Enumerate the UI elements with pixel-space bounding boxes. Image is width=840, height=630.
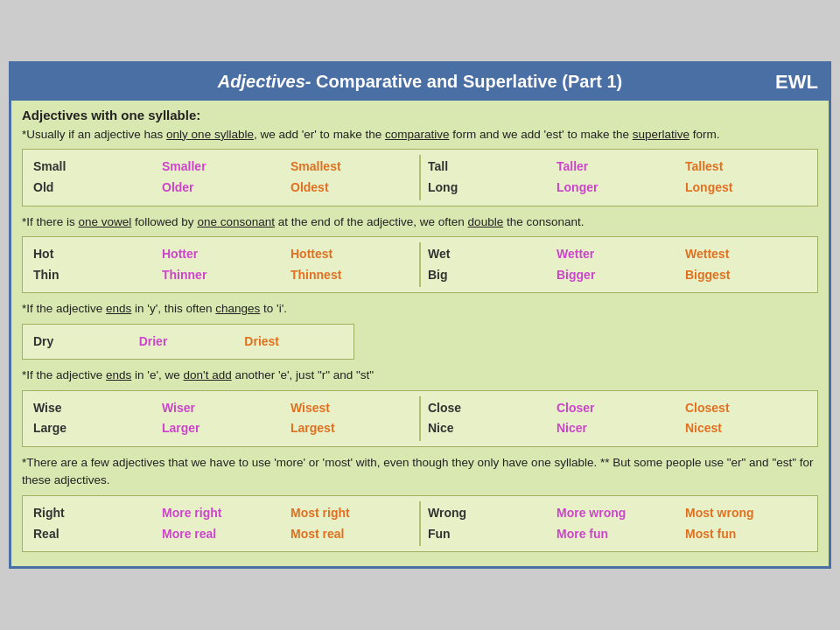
col-super: Closest Nicest bbox=[682, 396, 810, 442]
cell: More wrong bbox=[556, 503, 678, 524]
col-super: Most wrong Most fun bbox=[682, 501, 810, 547]
cell: More real bbox=[162, 524, 284, 545]
table-4-right: Close Nice Closer Nicer Closest Nicest bbox=[424, 396, 810, 442]
col-comp: Wiser Larger bbox=[158, 396, 287, 442]
col-base-2: Tall Long bbox=[424, 155, 553, 200]
col-super: Driest bbox=[241, 330, 346, 354]
table-5: Right Real More right More real Most rig… bbox=[22, 495, 818, 553]
cell: Hot bbox=[33, 244, 155, 265]
ewl-label: EWL bbox=[766, 71, 818, 94]
cell: Thinnest bbox=[290, 265, 412, 286]
col-base-1: Small Old bbox=[30, 155, 158, 200]
cell: Larger bbox=[162, 418, 284, 439]
col-super: Wisest Largest bbox=[287, 396, 416, 442]
section-2: *If there is one vowel followed by one c… bbox=[22, 214, 818, 294]
table-1-left: Small Old Smaller Older Smallest Oldest bbox=[30, 155, 416, 200]
section-2-rule: *If there is one vowel followed by one c… bbox=[22, 214, 818, 231]
divider bbox=[419, 242, 421, 288]
col-comp: Closer Nicer bbox=[553, 396, 682, 442]
header: Adjectives- Comparative and Superlative … bbox=[11, 64, 829, 101]
title-rest: Comparative and Superlative (Part 1) bbox=[312, 72, 623, 91]
col-comp: More right More real bbox=[158, 501, 287, 547]
cell: More right bbox=[162, 503, 284, 524]
col-base: Wet Big bbox=[424, 242, 553, 288]
cell: Most real bbox=[290, 524, 412, 545]
cell: Nicest bbox=[685, 418, 807, 439]
cell: Long bbox=[428, 178, 550, 199]
cell: Wrong bbox=[428, 503, 550, 524]
section-3-rule: *If the adjective ends in 'y', this ofte… bbox=[22, 300, 818, 318]
cell: Biggest bbox=[685, 265, 807, 286]
cell: Close bbox=[428, 398, 550, 419]
table-5-left: Right Real More right More real Most rig… bbox=[30, 501, 416, 547]
cell: Nicer bbox=[556, 418, 678, 439]
cell: Oldest bbox=[290, 178, 412, 199]
table-2: Hot Thin Hotter Thinner Hottest Thinnest bbox=[22, 236, 818, 294]
cell: Drier bbox=[139, 332, 238, 353]
col-super: Most right Most real bbox=[287, 501, 416, 547]
cell: Dry bbox=[33, 332, 132, 353]
cell: Thin bbox=[33, 265, 155, 286]
section-4-rule: *If the adjective ends in 'e', we don't … bbox=[22, 367, 818, 384]
col-base: Close Nice bbox=[424, 396, 553, 442]
col-base: Wise Large bbox=[30, 396, 158, 442]
col-comp: Drier bbox=[136, 330, 242, 354]
cell: Closest bbox=[685, 398, 807, 419]
section-1-rule: *Usually if an adjective has only one sy… bbox=[22, 126, 818, 144]
cell: Smaller bbox=[162, 157, 284, 178]
section-5: *There are a few adjectives that we have… bbox=[22, 454, 818, 552]
cell: Tallest bbox=[685, 157, 807, 178]
cell: Wisest bbox=[290, 398, 412, 419]
section-1: Adjectives with one syllable: *Usually i… bbox=[22, 108, 818, 206]
cell: Hottest bbox=[290, 244, 412, 265]
table-4-left: Wise Large Wiser Larger Wisest Largest bbox=[30, 396, 416, 442]
table-5-right: Wrong Fun More wrong More fun Most wrong… bbox=[424, 501, 810, 547]
col-comp: More wrong More fun bbox=[553, 501, 682, 547]
cell: Big bbox=[428, 265, 550, 286]
table-1-right: Tall Long Taller Longer Tallest Longest bbox=[424, 155, 810, 200]
cell: Thinner bbox=[162, 265, 284, 286]
table-4: Wise Large Wiser Larger Wisest Largest bbox=[22, 390, 818, 448]
table-1: Small Old Smaller Older Smallest Oldest bbox=[22, 149, 818, 206]
col-comp-2: Taller Longer bbox=[553, 155, 682, 200]
table-3: Dry Drier Driest bbox=[22, 324, 354, 360]
cell: Taller bbox=[556, 157, 678, 178]
cell: More fun bbox=[556, 524, 678, 545]
cell: Wettest bbox=[685, 244, 807, 265]
cell: Small bbox=[33, 157, 155, 178]
table-2-right: Wet Big Wetter Bigger Wettest Biggest bbox=[424, 242, 810, 288]
cell: Closer bbox=[556, 398, 678, 419]
cell: Right bbox=[33, 503, 155, 524]
section-5-rule: *There are a few adjectives that we have… bbox=[22, 454, 818, 490]
col-base: Right Real bbox=[30, 501, 158, 547]
cell: Hotter bbox=[162, 244, 284, 265]
cell: Smallest bbox=[290, 157, 412, 178]
col-base: Wrong Fun bbox=[424, 501, 553, 547]
col-comp: Wetter Bigger bbox=[553, 242, 682, 288]
section-1-title: Adjectives with one syllable: bbox=[22, 108, 818, 122]
col-super: Hottest Thinnest bbox=[287, 242, 416, 288]
cell: Wet bbox=[428, 244, 550, 265]
divider bbox=[419, 501, 421, 547]
cell: Nice bbox=[428, 418, 550, 439]
cell: Most fun bbox=[685, 524, 807, 545]
cell: Longest bbox=[685, 178, 807, 199]
divider bbox=[419, 155, 421, 200]
col-base: Dry bbox=[30, 330, 136, 354]
col-comp: Hotter Thinner bbox=[158, 242, 287, 288]
section-4: *If the adjective ends in 'e', we don't … bbox=[22, 367, 818, 447]
cell: Wiser bbox=[162, 398, 284, 419]
cell: Most right bbox=[290, 503, 412, 524]
cell: Fun bbox=[428, 524, 550, 545]
cell: Wise bbox=[33, 398, 155, 419]
col-super-1: Smallest Oldest bbox=[287, 155, 416, 200]
cell: Tall bbox=[428, 157, 550, 178]
main-container: Adjectives- Comparative and Superlative … bbox=[9, 61, 831, 570]
cell: Wetter bbox=[556, 244, 678, 265]
col-super: Wettest Biggest bbox=[682, 242, 810, 288]
cell: Old bbox=[33, 178, 155, 199]
section-3: *If the adjective ends in 'y', this ofte… bbox=[22, 300, 818, 360]
page-title: Adjectives- Comparative and Superlative … bbox=[74, 72, 766, 92]
col-comp-1: Smaller Older bbox=[158, 155, 287, 200]
cell: Largest bbox=[290, 418, 412, 439]
